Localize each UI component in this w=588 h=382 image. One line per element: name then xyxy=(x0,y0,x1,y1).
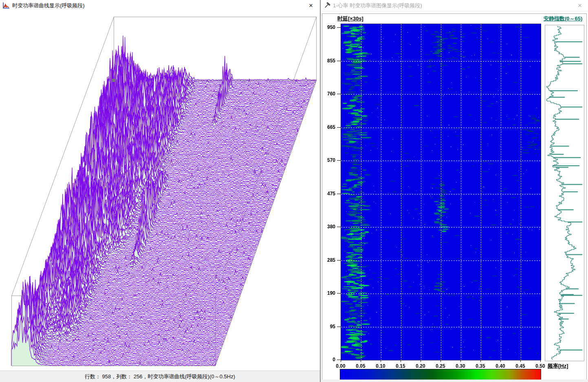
x-tick-label: 0.40 xyxy=(493,363,508,369)
y-tick-label: 475 xyxy=(323,191,335,197)
x-tick-label: 0.45 xyxy=(513,363,528,369)
status-text: 行数： 958，列数： 256，时变功率谱曲线(呼吸频段)(0～0.5Hz) xyxy=(85,373,235,380)
y-tick-mark xyxy=(337,160,341,161)
y-tick-mark xyxy=(337,293,341,294)
x-tick-label: 0.25 xyxy=(433,363,448,369)
y-tick-label: 665 xyxy=(323,124,335,130)
colorbar xyxy=(340,369,541,380)
quiet-index-trace xyxy=(545,25,584,361)
status-bar: 行数： 958，列数： 256，时变功率谱曲线(呼吸频段)(0～0.5Hz) xyxy=(0,371,320,382)
y-tick-mark xyxy=(337,260,341,261)
x-tick-label: 0.00 xyxy=(333,363,348,369)
y-tick-label: 0 xyxy=(323,357,335,362)
x-tick-label: 0.05 xyxy=(353,363,368,369)
waterfall-plot xyxy=(0,0,320,371)
y-tick-label: 950 xyxy=(323,24,335,30)
left-titlebar[interactable]: 时变功率谱曲线显示(呼吸频段) xyxy=(0,0,320,11)
quiet-index-panel xyxy=(545,25,584,361)
y-tick-label: 285 xyxy=(323,257,335,263)
spectrogram-window: 1-心率 时变功率谱图像显示(呼吸频段) × 时延[×30s] 频率[Hz] 安… xyxy=(321,0,588,382)
y-tick-mark xyxy=(337,61,341,61)
y-tick-label: 855 xyxy=(323,58,335,64)
right-titlebar[interactable]: 1-心率 时变功率谱图像显示(呼吸频段) xyxy=(321,0,588,11)
y-tick-mark xyxy=(337,127,341,128)
y-tick-mark xyxy=(337,327,341,327)
close-icon[interactable]: × xyxy=(306,1,316,10)
spectrum-icon xyxy=(3,2,10,9)
x-tick-label: 0.35 xyxy=(473,363,488,369)
y-tick-mark xyxy=(337,194,341,194)
y-tick-mark xyxy=(337,94,341,94)
spectrogram-heatmap xyxy=(341,24,541,360)
window-title: 1-心率 时变功率谱图像显示(呼吸频段) xyxy=(333,2,422,9)
close-icon[interactable]: × xyxy=(575,1,585,10)
y-tick-label: 760 xyxy=(323,91,335,97)
spectrogram-content: 时延[×30s] 频率[Hz] 安静指数(0～65) 9508557606655… xyxy=(322,13,587,380)
x-tick-label: 0.20 xyxy=(413,363,428,369)
waterfall-window: 时变功率谱曲线显示(呼吸频段) × 行数： 958，列数： 256，时变功率谱曲… xyxy=(0,0,320,382)
hammer-icon xyxy=(324,2,330,9)
right-bottom-strip xyxy=(321,380,588,382)
x-tick-label: 0.50 xyxy=(533,363,548,369)
x-tick-label: 0.15 xyxy=(393,363,408,369)
x-tick-label: 0.10 xyxy=(373,363,388,369)
y-tick-label: 95 xyxy=(323,324,335,329)
y-tick-label: 380 xyxy=(323,224,335,230)
quiet-index-label: 安静指数(0～65) xyxy=(544,15,582,22)
x-tick-label: 0.30 xyxy=(453,363,468,369)
y-tick-mark xyxy=(337,27,341,28)
window-title: 时变功率谱曲线显示(呼吸频段) xyxy=(12,2,85,9)
x-axis-label: 频率[Hz] xyxy=(548,362,568,370)
y-tick-label: 570 xyxy=(323,157,335,163)
y-tick-label: 190 xyxy=(323,290,335,296)
y-axis-label: 时延[×30s] xyxy=(337,15,363,22)
y-tick-mark xyxy=(337,360,341,360)
y-tick-mark xyxy=(337,227,341,227)
